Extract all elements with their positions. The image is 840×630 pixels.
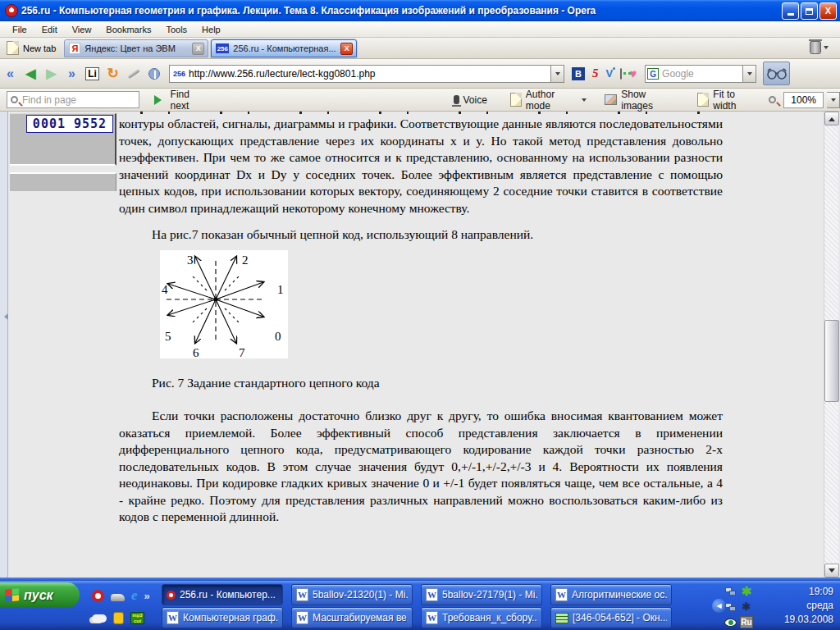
start-button[interactable]: пуск [0,582,80,608]
li-button[interactable]: Li [82,63,103,84]
menu-bookmarks[interactable]: Bookmarks [98,23,158,36]
word-icon: W [296,611,308,624]
network-icon-2[interactable] [725,603,736,611]
image-icon [605,94,617,105]
taskbar-button-word-5[interactable]: W Масштабируемая ве... [291,607,413,628]
fast-forward-button[interactable]: » [62,63,82,84]
start-label: пуск [24,588,53,603]
address-field[interactable]: 256 http://www.256.ru/lecture/lect-kgg08… [169,65,551,83]
quick-launch-opera-icon[interactable] [92,590,104,602]
address-dropdown-button[interactable] [551,65,564,83]
restore-button[interactable] [801,2,818,20]
chevron-down-icon [555,72,560,78]
menu-tools[interactable]: Tools [158,23,194,36]
scroll-down-button[interactable] [824,564,839,578]
close-icon: X [825,6,831,16]
heart-icon[interactable]: ♥ [629,66,637,80]
quick-launch-ie-icon[interactable]: e [131,587,138,604]
task-label: Масштабируемая ве... [313,612,408,623]
quick-launch-chevron-icon[interactable]: » [144,590,150,602]
network-icon[interactable] [725,587,736,596]
find-next-button[interactable]: Find next [154,89,208,112]
tray-icons: ✱ ✱ Ru [722,581,760,630]
find-in-page-field[interactable] [7,91,139,108]
quick-launch-cloud-icon[interactable] [92,614,107,623]
web-search-field[interactable]: G [645,65,743,83]
fit-to-width-label: Fit to width [713,89,757,112]
five-bookmarklet-icon[interactable]: 5 [592,66,599,80]
tab-yandex[interactable]: Я Яндекс: Цвет на ЭВМ X [64,39,208,57]
scrollbar-thumb[interactable] [824,320,839,402]
taskbar-button-word-3[interactable]: W Алгоритмические ос... [550,584,672,605]
zoom-dropdown-button[interactable] [827,92,840,108]
tab-label: Яндекс: Цвет на ЭВМ [84,43,188,53]
new-tab-button[interactable]: New tab [0,41,64,58]
rewind-button[interactable]: « [0,63,21,84]
windows-logo-icon [5,588,20,603]
tab-256ru-active[interactable]: 256 256.ru - Компьютерная... X [211,39,357,57]
quick-launch-mp3cut-icon[interactable]: mp3 cut [130,612,144,624]
taskbar-button-word-1[interactable]: W 5ballov-21320(1) - Mi... [291,584,413,605]
zoom-control[interactable]: 100% [769,92,840,108]
tab-close-icon[interactable]: X [340,43,353,55]
fit-to-width-button[interactable]: Fit to width [697,89,757,112]
starburst-icon[interactable]: ✱ [742,600,751,613]
taskbar-button-word-6[interactable]: W Требованя_к_сбору... [421,607,542,628]
search-engine-dropdown-button[interactable] [743,65,756,83]
sidebar-splitter[interactable] [0,112,8,578]
play-icon [154,95,167,105]
figure-chain-code: 0 1 2 3 4 5 6 7 [160,250,288,358]
vertical-scrollbar[interactable] [824,112,838,578]
taskbar-button-word-4[interactable]: W Компьютерная граф... [162,607,283,628]
forward-button[interactable]: ▶ [41,63,62,84]
scroll-up-button[interactable] [824,112,839,126]
eye-icon[interactable] [724,619,737,627]
taskbar-button-opera[interactable]: 256.ru - Компьютер... [162,584,283,605]
show-images-button[interactable]: Show images [605,89,676,112]
chevron-down-icon [582,98,587,104]
clock-time: 19:09 [760,585,833,599]
tray-clock[interactable]: 19:09 среда 19.03.2008 [760,581,840,630]
quick-preferences-button[interactable] [144,63,164,84]
power-icon [148,68,160,80]
url-text[interactable]: http://www.256.ru/lecture/lect-kgg0801.p… [189,68,549,80]
show-images-label: Show images [621,89,676,112]
tab-close-icon[interactable]: X [192,43,204,55]
icq-card-icon [555,613,568,623]
voice-button[interactable]: Voice [454,94,487,106]
language-indicator[interactable]: Ru [740,616,753,628]
menu-help[interactable]: Help [194,23,228,36]
b-bookmarklet-icon[interactable]: B [572,67,585,80]
address-toolbar: « ◀ ▶ » Li ↻ 256 http://www.256.ru/lectu… [0,59,840,89]
author-mode-button[interactable]: Author mode [510,89,587,112]
word-icon: W [426,611,438,624]
menu-edit[interactable]: Edit [34,23,65,36]
mail-check-icon[interactable]: V [606,67,614,80]
menu-file[interactable]: File [5,23,34,36]
icq-flower-icon[interactable]: ✱ [742,584,752,599]
panel-toggle-icon[interactable] [1,313,8,320]
yandex-favicon-icon: Я [69,43,80,54]
arrow-up-icon [829,114,835,121]
quick-launch-qip-icon[interactable] [113,612,124,624]
quick-launch-car-icon[interactable] [111,594,125,601]
close-button[interactable]: X [819,2,837,20]
taskbar-button-icq[interactable]: [346-054-652] - Окн... [550,607,672,628]
opera-logo-icon [5,4,18,17]
view-mode-button[interactable] [763,62,790,85]
zoom-value[interactable]: 100% [783,92,824,108]
tray-collapse-button[interactable]: ◀ [712,599,726,613]
robot-bookmarklet[interactable] [620,69,622,79]
minimize-button[interactable] [782,2,799,20]
task-label: [346-054-652] - Окн... [573,612,667,623]
compose-button[interactable] [123,63,144,84]
closed-tabs-trash-button[interactable] [810,41,829,54]
menu-view[interactable]: View [65,23,99,36]
search-input[interactable] [662,68,741,80]
find-input[interactable] [22,94,135,106]
quick-launch-row1: e » [92,587,150,604]
reload-button[interactable]: ↻ [103,63,123,84]
taskbar-button-word-2[interactable]: W 5ballov-27179(1) - Mi... [421,584,542,605]
trash-icon [810,41,821,54]
back-button[interactable]: ◀ [21,63,41,84]
